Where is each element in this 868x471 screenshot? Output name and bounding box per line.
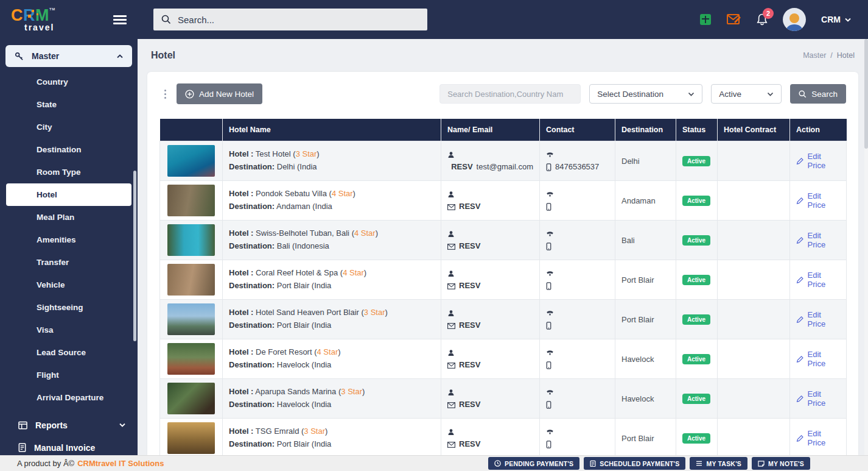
logo-decoration <box>37 13 38 15</box>
status-select[interactable]: Active <box>711 84 782 104</box>
email-icon <box>447 442 455 448</box>
plus-circle-icon <box>185 90 194 99</box>
table-row: Hotel : Hotel Sand Heaven Port Blair (3 … <box>160 300 847 339</box>
my-notes-button[interactable]: MY NOTE'S <box>752 457 810 470</box>
sidebar-item-city[interactable]: City <box>0 116 138 138</box>
edit-price-link[interactable]: Edit Price <box>796 231 840 249</box>
search-icon <box>161 15 171 24</box>
phone-icon <box>546 191 554 197</box>
more-options-icon[interactable] <box>159 90 170 99</box>
destination-search-input[interactable] <box>439 84 581 104</box>
breadcrumb-master[interactable]: Master <box>803 51 826 60</box>
edit-price-link[interactable]: Edit Price <box>796 350 840 368</box>
col-contact: Contact <box>540 119 615 141</box>
sidebar-item-country[interactable]: Country <box>0 71 138 93</box>
destination-select[interactable]: Select Destination <box>589 84 702 104</box>
clock-icon <box>494 460 501 467</box>
sidebar-item-sightseeing[interactable]: Sightseeing <box>0 296 138 319</box>
mobile-icon <box>546 163 551 171</box>
chevron-down-icon <box>119 423 125 427</box>
status-badge: Active <box>682 314 710 325</box>
sidebar-item-amenities[interactable]: Amenities <box>0 228 138 251</box>
status-badge: Active <box>682 156 710 166</box>
page-scrollbar[interactable] <box>864 39 868 455</box>
hotel-photo <box>167 145 215 177</box>
pencil-icon <box>796 236 804 244</box>
sidebar-item-manual-invoice[interactable]: Manual Invoice <box>0 436 138 455</box>
table-row: Hotel : TSG Emrald (3 Star) Destination:… <box>160 419 847 458</box>
sidebar-item-lead-source[interactable]: Lead Source <box>0 341 138 364</box>
pencil-icon <box>796 197 804 205</box>
footer-product-link[interactable]: CRMtravel IT Solutions <box>77 459 164 468</box>
compose-email-icon[interactable] <box>727 13 741 26</box>
sidebar: Master Country State City Destination Ro… <box>0 39 138 455</box>
pending-payments-button[interactable]: PENDING PAYMENT'S <box>488 457 579 470</box>
person-icon <box>447 310 455 317</box>
email-icon <box>447 204 455 210</box>
chevron-down-icon <box>767 92 774 96</box>
sidebar-item-room-type[interactable]: Room Type <box>0 161 138 183</box>
logo-subtext: travel <box>24 23 97 32</box>
sidebar-item-state[interactable]: State <box>0 93 138 116</box>
table-row: Hotel : Aparupa Sands Marina (3 Star) De… <box>160 379 847 419</box>
person-icon <box>447 349 455 356</box>
sidebar-item-hotel[interactable]: Hotel <box>6 183 131 206</box>
pencil-icon <box>796 157 804 165</box>
hotel-photo <box>167 383 215 414</box>
top-bar: CRMTM travel 2 CRM <box>0 0 868 39</box>
sidebar-item-flight[interactable]: Flight <box>0 364 138 386</box>
sidebar-item-meal-plan[interactable]: Meal Plan <box>0 206 138 228</box>
logo-decoration <box>32 10 34 12</box>
menu-toggle-icon[interactable] <box>113 13 127 26</box>
scheduled-payments-button[interactable]: SCHEDULED PAYMENT'S <box>584 457 685 470</box>
status-badge: Active <box>682 394 710 404</box>
footer-product-text: A product by Â© <box>17 459 74 468</box>
user-menu[interactable]: CRM <box>821 15 851 24</box>
master-submenu: Country State City Destination Room Type… <box>0 71 138 409</box>
sidebar-item-arrival-departure[interactable]: Arrival Departure <box>0 386 138 409</box>
status-badge: Active <box>682 275 710 285</box>
mobile-icon <box>546 401 551 409</box>
edit-price-link[interactable]: Edit Price <box>796 389 840 408</box>
edit-price-link[interactable]: Edit Price <box>796 310 840 328</box>
sidebar-item-vehicle[interactable]: Vehicle <box>0 274 138 296</box>
hotel-photo <box>167 303 215 335</box>
logo-text: CRMTM <box>11 6 55 24</box>
table-row: Hotel : De Foret Resort (4 Star) Destina… <box>160 339 847 379</box>
edit-price-link[interactable]: Edit Price <box>796 152 840 170</box>
user-avatar[interactable] <box>783 8 806 31</box>
add-lead-icon[interactable] <box>699 13 712 26</box>
status-badge: Active <box>682 196 710 206</box>
status-badge: Active <box>682 235 710 246</box>
global-search-input[interactable] <box>178 15 419 25</box>
edit-price-link[interactable]: Edit Price <box>796 191 840 210</box>
sidebar-item-reports[interactable]: Reports <box>0 414 138 436</box>
phone-icon <box>546 151 554 158</box>
sidebar-item-visa[interactable]: Visa <box>0 319 138 341</box>
edit-price-link[interactable]: Edit Price <box>796 271 840 289</box>
search-button[interactable]: Search <box>790 84 846 104</box>
email-icon <box>447 283 455 289</box>
sidebar-scrollbar[interactable] <box>133 171 136 341</box>
notification-count-badge: 2 <box>763 8 774 19</box>
my-tasks-button[interactable]: MY TASK'S <box>690 457 747 470</box>
pencil-icon <box>796 434 804 442</box>
phone-icon <box>546 389 554 395</box>
hotel-contract-cell <box>718 141 790 181</box>
mobile-icon <box>546 282 551 290</box>
table-header: Hotel Name Name/ Email Contact Destinati… <box>160 119 847 141</box>
add-new-hotel-button[interactable]: Add New Hotel <box>177 83 262 104</box>
notifications-bell-icon[interactable]: 2 <box>757 13 768 26</box>
sidebar-item-master[interactable]: Master <box>5 45 132 67</box>
main-content: Hotel Master / Hotel Add New Hotel Selec… <box>138 39 868 455</box>
user-name: CRM <box>821 15 841 24</box>
sidebar-item-transfer[interactable]: Transfer <box>0 251 138 274</box>
edit-price-link[interactable]: Edit Price <box>796 429 840 447</box>
phone-icon <box>546 428 554 435</box>
table-row: Hotel : Swiss-Belhotel Tuban, Bali (4 St… <box>160 221 847 260</box>
global-search <box>153 9 427 30</box>
app-logo[interactable]: CRMTM travel <box>0 7 97 32</box>
chevron-down-icon <box>845 18 851 22</box>
sidebar-item-destination[interactable]: Destination <box>0 138 138 161</box>
phone-icon <box>546 270 554 277</box>
